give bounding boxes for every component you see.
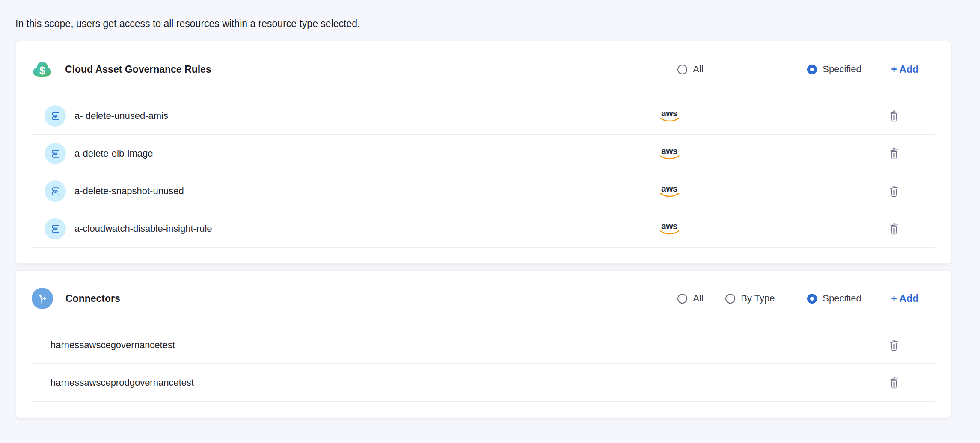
svg-text:aws: aws [661,146,677,156]
radio-specified-icon[interactable] [807,294,817,304]
radio-by-type-icon[interactable] [725,294,735,304]
rule-name: a-cloudwatch-disable-insight-rule [74,223,659,234]
aws-logo: aws [659,108,682,124]
rule-name: a-delete-elb-image [74,148,659,159]
governance-scope-controls: All Specified + Add [677,64,918,75]
governance-rule-icon [45,218,66,239]
connectors-radio-by-type[interactable]: By Type [725,293,807,304]
provider-cell: aws [659,221,888,236]
governance-rule-icon [45,143,66,164]
radio-specified-icon[interactable] [807,65,817,74]
connectors-radio-specified[interactable]: Specified [807,293,891,304]
provider-cell: aws [659,183,888,199]
trash-icon [888,339,900,351]
svg-text:aws: aws [661,183,677,193]
governance-rule-icon [45,105,66,127]
delete-rule-button[interactable] [888,148,900,159]
provider-cell: aws [659,146,888,161]
delete-rule-button[interactable] [888,110,900,122]
delete-connector-button[interactable] [888,377,900,389]
trash-icon [888,377,900,389]
connectors-title: Connectors [65,293,120,304]
connectors-radio-all[interactable]: All [677,293,725,304]
governance-rule-icon [45,180,66,202]
governance-add-button[interactable]: + Add [891,64,918,75]
scope-panel: In this scope, users get access to all r… [0,0,980,418]
connector-name: harnessawsceprodgovernancetest [50,377,659,388]
branch-arrows-icon [32,288,53,309]
aws-logo: aws [659,221,682,236]
svg-text:aws: aws [661,108,677,118]
table-row: harnessawscegovernancetest [16,326,951,364]
svg-text:$: $ [39,65,45,77]
governance-radio-all[interactable]: All [677,64,725,75]
card-bottom-spacer [16,402,951,418]
trash-icon [888,223,900,235]
governance-rules-header: $ Cloud Asset Governance Rules All Speci… [16,41,951,97]
radio-by-type-label[interactable]: By Type [741,293,775,304]
radio-specified-label[interactable]: Specified [823,293,861,304]
trash-icon [888,110,900,122]
table-row: harnessawsceprodgovernancetest [16,364,951,402]
radio-specified-label[interactable]: Specified [823,64,861,75]
table-row: a-delete-elb-image aws [16,135,951,172]
governance-rules-title: Cloud Asset Governance Rules [65,64,211,75]
connectors-add-button[interactable]: + Add [891,293,918,304]
table-row: a-cloudwatch-disable-insight-rule aws [16,210,951,248]
rule-name: a-delete-snapshot-unused [74,186,659,197]
radio-all-icon[interactable] [677,65,687,74]
radio-all-label[interactable]: All [693,293,703,304]
connector-name: harnessawscegovernancetest [50,340,659,351]
aws-logo: aws [659,146,682,161]
radio-all-icon[interactable] [677,294,687,304]
governance-rules-card: $ Cloud Asset Governance Rules All Speci… [15,41,951,264]
table-row: a-delete-snapshot-unused aws [16,172,951,210]
connectors-scope-controls: All By Type Specified + Add [677,293,918,304]
cloud-dollar-icon: $ [32,61,52,78]
aws-logo: aws [659,183,682,199]
delete-connector-button[interactable] [888,339,900,351]
connectors-card: Connectors All By Type Specified + Add h… [15,270,951,418]
provider-cell: aws [659,108,888,124]
table-row: a- delete-unused-amis aws [16,97,951,135]
card-bottom-spacer [16,248,951,263]
delete-rule-button[interactable] [888,223,900,235]
delete-rule-button[interactable] [888,185,900,197]
radio-all-label[interactable]: All [693,64,703,75]
connectors-header: Connectors All By Type Specified + Add [16,271,951,326]
trash-icon [888,185,900,197]
trash-icon [888,148,900,159]
svg-text:aws: aws [661,221,677,231]
governance-radio-specified[interactable]: Specified [807,64,891,75]
scope-description: In this scope, users get access to all r… [15,17,980,30]
rule-name: a- delete-unused-amis [74,110,659,121]
